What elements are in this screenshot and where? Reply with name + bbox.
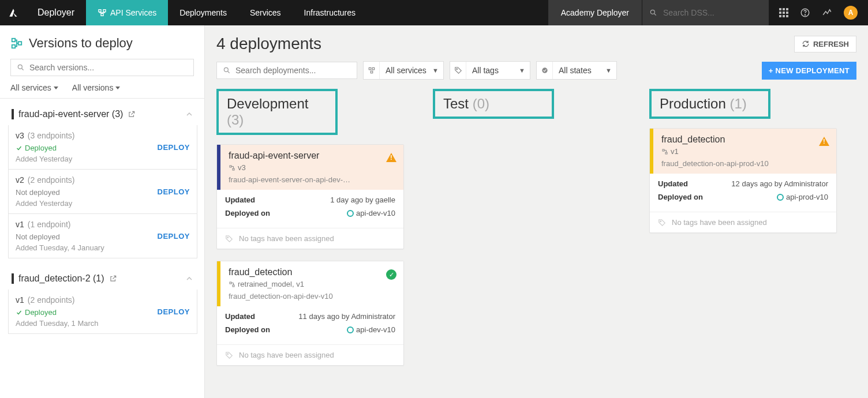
tab-api-services[interactable]: API Services xyxy=(86,0,168,25)
deployments-search-input[interactable] xyxy=(235,66,351,75)
version-card[interactable]: v2(2 endpoints) Not deployed Added Yeste… xyxy=(8,170,197,214)
filter-bar: All services▼ All tags▼ All states▼ + NE… xyxy=(216,61,856,80)
refresh-button[interactable]: REFRESH xyxy=(794,36,856,52)
deployments-search[interactable] xyxy=(216,62,357,79)
filter-states[interactable]: All states▼ xyxy=(536,61,617,80)
stage-test: Test (0) xyxy=(433,89,640,377)
infra-icon xyxy=(347,326,354,333)
chevron-up-icon[interactable] xyxy=(185,110,194,119)
svg-point-24 xyxy=(660,220,661,221)
filter-states-label: All states xyxy=(559,66,592,75)
tab-services-label: Services xyxy=(250,8,281,17)
search-icon xyxy=(17,63,25,72)
deployment-version: v3 xyxy=(229,163,395,172)
svg-rect-2 xyxy=(101,13,103,16)
deployment-name: fraud_detection xyxy=(229,267,395,277)
sidebar-search-input[interactable] xyxy=(29,63,188,72)
filter-tags[interactable]: All tags▼ xyxy=(450,61,530,80)
sidebar: Versions to deploy All services All vers… xyxy=(0,25,205,398)
svg-rect-8 xyxy=(18,42,22,45)
infra-icon xyxy=(777,194,784,201)
version-card[interactable]: v1(2 endpoints) Deployed Added Tuesday, … xyxy=(8,290,197,334)
tab-infrastructures-label: Infrastructures xyxy=(304,8,356,17)
stage-development-header: Development (3) xyxy=(216,89,338,135)
deployment-name: fraud-api-event-server xyxy=(229,151,395,161)
global-search-input[interactable] xyxy=(663,8,762,17)
filter-all-versions-label: All versions xyxy=(72,83,114,92)
brand-label[interactable]: Deployer xyxy=(26,7,86,18)
deployment-card[interactable]: fraud_detection v1 fraud_detection-on-ap… xyxy=(649,128,837,233)
new-deployment-button[interactable]: + NEW DEPLOYMENT xyxy=(762,62,856,80)
help-icon[interactable] xyxy=(800,7,810,18)
svg-rect-12 xyxy=(372,67,375,70)
sidebar-search[interactable] xyxy=(10,59,194,76)
filter-all-versions[interactable]: All versions xyxy=(72,83,121,92)
tab-api-services-label: API Services xyxy=(110,8,156,17)
search-icon xyxy=(649,8,657,17)
activity-icon[interactable] xyxy=(822,7,832,18)
tab-deployments[interactable]: Deployments xyxy=(168,0,238,25)
svg-rect-19 xyxy=(230,282,231,284)
svg-rect-0 xyxy=(99,10,101,12)
state-icon xyxy=(541,66,549,74)
svg-rect-13 xyxy=(371,71,373,73)
external-link-icon[interactable] xyxy=(128,110,136,118)
warning-icon xyxy=(386,153,396,162)
svg-point-21 xyxy=(227,353,229,354)
chevron-up-icon[interactable] xyxy=(185,274,194,283)
svg-rect-6 xyxy=(12,39,16,42)
infra-icon xyxy=(347,210,354,217)
stage-test-count: (0) xyxy=(473,96,489,111)
tab-infrastructures[interactable]: Infrastructures xyxy=(293,0,367,25)
stage-test-label: Test xyxy=(443,96,469,111)
search-icon xyxy=(223,66,231,74)
stage-test-header: Test (0) xyxy=(433,89,554,119)
added-label: Added Tuesday, 1 March xyxy=(16,319,190,328)
api-services-icon xyxy=(98,8,107,17)
version-line: v3(3 endpoints) xyxy=(16,131,190,140)
apps-icon[interactable] xyxy=(779,8,788,17)
deployment-card[interactable]: fraud_detection retrained_model, v1 frau… xyxy=(216,261,404,366)
tab-services[interactable]: Services xyxy=(238,0,293,25)
stage-development-count: (3) xyxy=(227,112,244,127)
stage-production-label: Production xyxy=(660,96,726,111)
refresh-icon xyxy=(802,40,810,48)
deploy-button[interactable]: DEPLOY xyxy=(158,307,190,316)
filter-tags-label: All tags xyxy=(472,66,499,75)
tenant-label[interactable]: Academy Deployer xyxy=(548,0,642,25)
sidebar-body: fraud-api-event-server (3) v3(3 endpoint… xyxy=(0,99,204,398)
deployment-card[interactable]: fraud-api-event-server v3 fraud-api-even… xyxy=(216,144,404,249)
svg-point-9 xyxy=(18,65,22,69)
svg-point-3 xyxy=(650,10,654,14)
added-label: Added Yesterday xyxy=(16,199,190,208)
service-header[interactable]: fraud-api-event-server (3) xyxy=(8,104,197,125)
global-search[interactable] xyxy=(642,0,769,25)
stage-production-count: (1) xyxy=(729,96,746,111)
filter-services-label: All services xyxy=(386,66,426,75)
deployment-tags: No tags have been assigned xyxy=(650,212,836,232)
version-card[interactable]: v3(3 endpoints) Deployed Added Yesterday… xyxy=(8,125,197,170)
filter-services[interactable]: All services▼ xyxy=(363,61,444,80)
external-link-icon[interactable] xyxy=(109,275,117,283)
stage-development-label: Development xyxy=(227,96,308,111)
deploy-button[interactable]: DEPLOY xyxy=(158,143,190,152)
service-name: fraud_detection-2 (1) xyxy=(18,273,104,284)
version-card[interactable]: v1(1 endpoint) Not deployed Added Tuesda… xyxy=(8,214,197,258)
tag-icon xyxy=(225,235,233,243)
service-header[interactable]: fraud_detection-2 (1) xyxy=(8,269,197,290)
deploy-button[interactable]: DEPLOY xyxy=(158,232,190,241)
deployment-card-header: fraud_detection v1 fraud_detection-on-ap… xyxy=(650,129,836,174)
version-line: v2(2 endpoints) xyxy=(16,175,190,185)
filter-all-services[interactable]: All services xyxy=(10,83,58,92)
deploy-button[interactable]: DEPLOY xyxy=(158,187,190,196)
deployment-version: retrained_model, v1 xyxy=(229,280,395,288)
version-line: v1(2 endpoints) xyxy=(16,295,190,305)
stages: Development (3) fraud-api-event-server v… xyxy=(216,89,856,377)
svg-rect-11 xyxy=(369,67,371,70)
svg-rect-23 xyxy=(665,152,667,154)
svg-point-5 xyxy=(805,14,805,15)
avatar[interactable]: A xyxy=(844,6,858,20)
service-group: fraud-api-event-server (3) v3(3 endpoint… xyxy=(8,104,197,258)
services-icon xyxy=(368,66,376,74)
app-logo[interactable] xyxy=(0,7,26,18)
